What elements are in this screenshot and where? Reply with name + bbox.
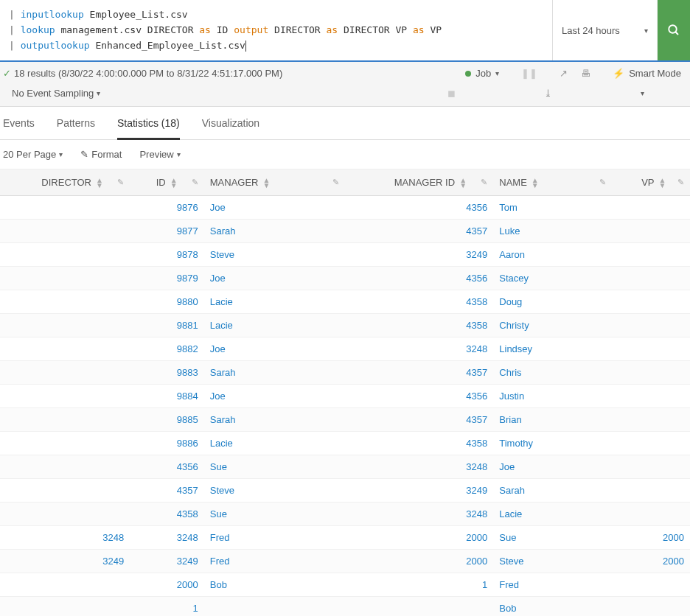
search-button[interactable] — [658, 0, 690, 60]
cell-name[interactable]: Christy — [499, 320, 529, 331]
cell-id[interactable]: 4358 — [177, 508, 198, 519]
column-header-id[interactable]: ID▲▼ ✎ — [130, 169, 204, 196]
cell-manager-id[interactable]: 4358 — [466, 296, 487, 307]
cell-manager-id[interactable]: 3248 — [466, 461, 487, 472]
cell-vp[interactable]: 2000 — [663, 532, 684, 543]
cell-manager[interactable]: Fred — [210, 532, 230, 543]
tab-visualization[interactable]: Visualization — [202, 117, 259, 139]
cell-manager-id[interactable]: 4358 — [466, 320, 487, 331]
table-row[interactable]: 9881Lacie4358Christy — [0, 314, 690, 337]
cell-manager[interactable]: Sarah — [210, 367, 236, 378]
column-header-name[interactable]: NAME▲▼✎ — [493, 169, 612, 196]
cell-name[interactable]: Brian — [499, 414, 521, 425]
table-row[interactable]: 9883Sarah4357Chris — [0, 361, 690, 385]
cell-name[interactable]: Joe — [499, 461, 515, 472]
table-row[interactable]: 9885Sarah4357Brian — [0, 408, 690, 432]
column-header-manager-id[interactable]: MANAGER ID▲▼ ✎ — [345, 169, 493, 196]
time-range-picker[interactable]: Last 24 hours ▾ — [553, 0, 658, 60]
cell-director[interactable]: 3249 — [102, 556, 124, 567]
cell-id[interactable]: 9880 — [177, 296, 198, 307]
table-row[interactable]: 9879Joe4356Stacey — [0, 267, 690, 290]
tab-statistics[interactable]: Statistics (18) — [117, 117, 180, 140]
cell-manager[interactable]: Lacie — [210, 438, 233, 449]
cell-id[interactable]: 9884 — [177, 391, 198, 402]
table-row[interactable]: 9886Lacie4358Timothy — [0, 432, 690, 455]
pencil-icon[interactable]: ✎ — [192, 178, 198, 187]
cell-id[interactable]: 9885 — [177, 414, 198, 425]
table-row[interactable]: 9878Steve3249Aaron — [0, 243, 690, 267]
cell-manager-id[interactable]: 2000 — [466, 556, 487, 567]
stop-button[interactable]: ◼ — [447, 88, 456, 99]
cell-name[interactable]: Steve — [499, 556, 523, 567]
cell-manager-id[interactable]: 2000 — [466, 532, 487, 543]
cell-manager[interactable]: Joe — [210, 202, 226, 213]
table-row[interactable]: 32483248Fred2000Sue2000 — [0, 526, 690, 550]
cell-manager[interactable]: Lacie — [210, 320, 233, 331]
column-header-vp[interactable]: VP▲▼ ✎ — [612, 169, 690, 196]
cell-manager-id[interactable]: 4357 — [466, 367, 487, 378]
table-row[interactable]: 9882Joe3248Lindsey — [0, 337, 690, 361]
cell-id[interactable]: 9886 — [177, 438, 198, 449]
cell-manager[interactable]: Steve — [210, 485, 234, 496]
pause-button[interactable]: ❚❚ — [521, 68, 537, 79]
cell-manager[interactable]: Fred — [210, 556, 230, 567]
cell-name[interactable]: Aaron — [499, 249, 525, 260]
cell-name[interactable]: Bob — [499, 603, 516, 614]
cell-id[interactable]: 4356 — [177, 461, 198, 472]
cell-id[interactable]: 9879 — [177, 273, 198, 284]
pencil-icon[interactable]: ✎ — [332, 178, 339, 187]
cell-manager[interactable]: Sarah — [210, 414, 236, 425]
job-menu[interactable]: Job ▾ — [465, 68, 499, 79]
cell-manager-id[interactable]: 3248 — [466, 343, 487, 354]
cell-vp[interactable]: 2000 — [663, 556, 684, 567]
cell-id[interactable]: 9876 — [177, 202, 198, 213]
cell-director[interactable]: 3248 — [102, 532, 124, 543]
cell-id[interactable]: 2000 — [177, 579, 198, 590]
rows-per-page-menu[interactable]: 20 Per Page ▾ — [3, 149, 63, 160]
cell-manager-id[interactable]: 4356 — [466, 273, 487, 284]
preview-menu[interactable]: Preview ▾ — [139, 149, 180, 160]
table-row[interactable]: 9877Sarah4357Luke — [0, 220, 690, 243]
cell-manager-id[interactable]: 3249 — [466, 249, 487, 260]
cell-name[interactable]: Stacey — [499, 273, 529, 284]
table-row[interactable]: 9880Lacie4358Doug — [0, 290, 690, 314]
tab-events[interactable]: Events — [3, 117, 35, 139]
table-row[interactable]: 4357Steve3249Sarah — [0, 479, 690, 503]
pencil-icon[interactable]: ✎ — [677, 178, 684, 187]
cell-name[interactable]: Lindsey — [499, 343, 532, 354]
cell-manager-id[interactable]: 4357 — [466, 414, 487, 425]
cell-name[interactable]: Lacie — [499, 508, 522, 519]
cell-name[interactable]: Doug — [499, 296, 522, 307]
cell-name[interactable]: Timothy — [499, 438, 533, 449]
cell-manager[interactable]: Steve — [210, 249, 234, 260]
cell-id[interactable]: 3249 — [177, 556, 198, 567]
cell-manager[interactable]: Sarah — [210, 225, 236, 237]
cell-manager-id[interactable]: 4356 — [466, 202, 487, 213]
share-button[interactable]: ↗ — [560, 68, 568, 79]
cell-name[interactable]: Luke — [499, 225, 520, 237]
cell-manager[interactable]: Joe — [210, 343, 226, 354]
table-row[interactable]: 9876Joe4356Tom — [0, 196, 690, 220]
cell-id[interactable]: 1 — [193, 603, 198, 614]
cell-name[interactable]: Tom — [499, 202, 518, 213]
table-row[interactable]: 4356Sue3248Joe — [0, 455, 690, 479]
table-row[interactable]: 9884Joe4356Justin — [0, 385, 690, 408]
cell-manager[interactable]: Sue — [210, 461, 227, 472]
cell-id[interactable]: 3248 — [177, 532, 198, 543]
pencil-icon[interactable]: ✎ — [599, 178, 606, 187]
caret-down-icon[interactable]: ▾ — [641, 89, 644, 97]
cell-manager[interactable]: Bob — [210, 579, 227, 590]
cell-name[interactable]: Chris — [499, 367, 521, 378]
pencil-icon[interactable]: ✎ — [481, 178, 487, 187]
cell-manager[interactable]: Lacie — [210, 296, 233, 307]
cell-manager-id[interactable]: 1 — [482, 579, 487, 590]
table-row[interactable]: 32493249Fred2000Steve2000 — [0, 550, 690, 573]
cell-manager-id[interactable]: 4356 — [466, 391, 487, 402]
cell-name[interactable]: Fred — [499, 579, 519, 590]
cell-manager[interactable]: Joe — [210, 391, 226, 402]
cell-manager-id[interactable]: 4357 — [466, 225, 487, 237]
search-query-input[interactable]: | inputlookup Employee_List.csv | lookup… — [0, 0, 553, 60]
format-menu[interactable]: ✎ Format — [80, 149, 122, 160]
cell-manager-id[interactable]: 3248 — [466, 508, 487, 519]
cell-manager[interactable]: Sue — [210, 508, 227, 519]
